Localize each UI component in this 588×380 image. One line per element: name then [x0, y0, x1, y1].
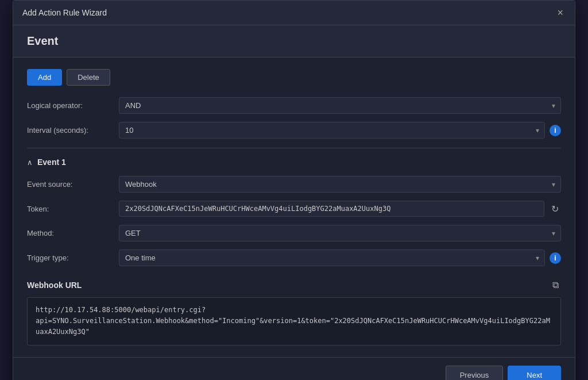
token-input[interactable] — [119, 201, 544, 217]
method-select[interactable]: GET POST — [119, 225, 561, 241]
delete-button[interactable]: Delete — [67, 69, 110, 86]
add-action-rule-dialog: Add Action Rule Wizard × Event Add Delet… — [13, 0, 575, 380]
token-label: Token: — [27, 205, 119, 213]
next-button[interactable]: Next — [508, 366, 561, 380]
trigger-type-select-wrapper: One time Continuous — [119, 250, 545, 266]
collapse-icon[interactable]: ∧ — [27, 158, 33, 167]
event-source-select-wrapper: Webhook — [119, 176, 561, 193]
event-source-row: Event source: Webhook — [27, 176, 561, 193]
interval-info-icon[interactable]: i — [550, 125, 561, 136]
trigger-type-row: Trigger type: One time Continuous i — [27, 250, 561, 266]
logical-operator-select-wrapper: AND OR — [119, 97, 561, 114]
logical-operator-row: Logical operator: AND OR — [27, 97, 561, 114]
interval-control: 10 30 60 i — [119, 122, 561, 139]
event1-section-header: ∧ Event 1 — [27, 158, 561, 167]
trigger-type-info-icon[interactable]: i — [550, 252, 561, 264]
interval-select-wrapper: 10 30 60 — [119, 122, 545, 139]
refresh-token-button[interactable]: ↻ — [549, 201, 561, 217]
webhook-url-text: http://10.17.54.88:5000/webapi/entry.cgi… — [36, 306, 550, 336]
copy-url-button[interactable]: ⧉ — [550, 278, 561, 293]
trigger-type-select[interactable]: One time Continuous — [119, 250, 545, 266]
logical-operator-label: Logical operator: — [27, 101, 119, 110]
event-source-select[interactable]: Webhook — [119, 176, 561, 193]
dialog-footer: Previous Next — [13, 357, 575, 380]
webhook-title: Webhook URL — [27, 281, 82, 290]
event-source-control: Webhook — [119, 176, 561, 193]
refresh-icon: ↻ — [551, 204, 559, 214]
page-header: Event — [13, 25, 575, 57]
dialog-title-bar: Add Action Rule Wizard × — [13, 1, 575, 25]
webhook-url-section: Webhook URL ⧉ http://10.17.54.88:5000/we… — [27, 278, 561, 346]
event1-title: Event 1 — [37, 158, 66, 167]
interval-select[interactable]: 10 30 60 — [119, 122, 545, 139]
webhook-url-box: http://10.17.54.88:5000/webapi/entry.cgi… — [27, 297, 561, 346]
page-title: Event — [27, 34, 58, 47]
event-source-label: Event source: — [27, 180, 119, 189]
token-control: ↻ — [119, 201, 561, 217]
copy-icon: ⧉ — [552, 280, 559, 290]
toolbar: Add Delete — [27, 69, 561, 86]
close-button[interactable]: × — [555, 6, 566, 19]
webhook-header: Webhook URL ⧉ — [27, 278, 561, 293]
method-label: Method: — [27, 229, 119, 237]
token-row: Token: ↻ — [27, 201, 561, 217]
logical-operator-control: AND OR — [119, 97, 561, 114]
interval-row: Interval (seconds): 10 30 60 i — [27, 122, 561, 139]
trigger-type-label: Trigger type: — [27, 254, 119, 262]
info-icon: i — [554, 126, 556, 135]
previous-button[interactable]: Previous — [446, 366, 504, 380]
info-icon-2: i — [554, 254, 556, 262]
dialog-title: Add Action Rule Wizard — [22, 8, 107, 17]
method-select-wrapper: GET POST — [119, 225, 561, 241]
add-button[interactable]: Add — [27, 69, 62, 86]
method-row: Method: GET POST — [27, 225, 561, 241]
interval-label: Interval (seconds): — [27, 126, 119, 135]
logical-operator-select[interactable]: AND OR — [119, 97, 561, 114]
section-divider — [27, 148, 561, 148]
content-area: Add Delete Logical operator: AND OR Inte… — [13, 57, 575, 357]
trigger-type-control: One time Continuous i — [119, 250, 561, 266]
method-control: GET POST — [119, 225, 561, 241]
